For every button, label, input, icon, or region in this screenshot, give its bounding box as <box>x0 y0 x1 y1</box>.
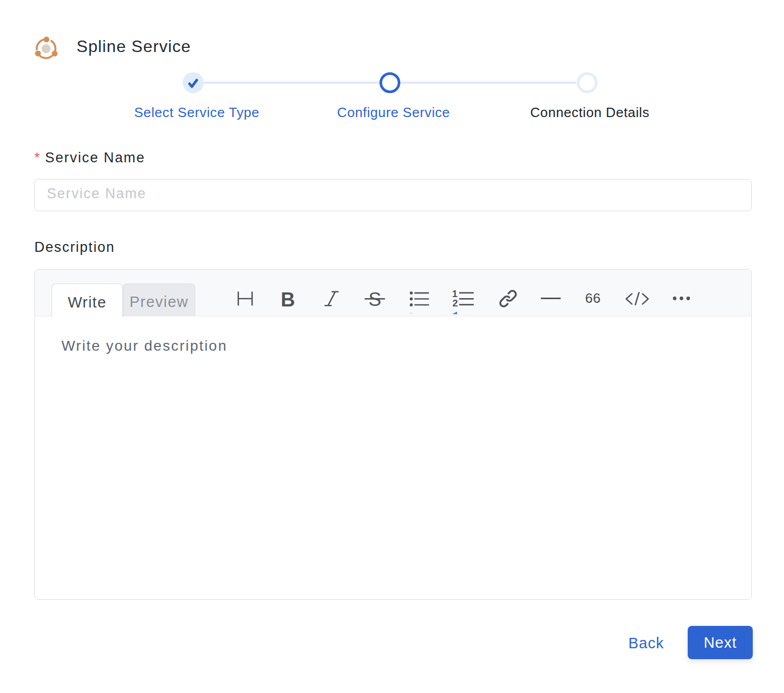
svg-text:2: 2 <box>452 298 458 309</box>
svg-text:B: B <box>281 289 295 311</box>
svg-text:66: 66 <box>585 290 601 306</box>
